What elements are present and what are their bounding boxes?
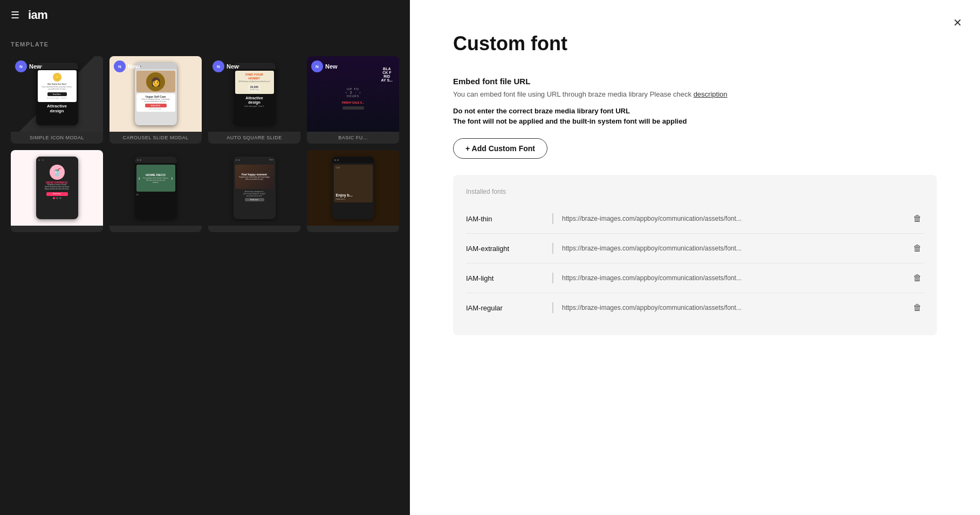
description-link[interactable]: description [694, 90, 728, 98]
template-preview-2: N New 👩 [109, 56, 202, 132]
template-card-8[interactable]: 11:40 Enjoy b... Check out d... [307, 150, 399, 232]
template-preview-5: ✕ 🥤 NEW DRINKS! Strawberry season is bac… [11, 150, 103, 226]
phone-wrapper-5: ✕ 🥤 NEW DRINKS! Strawberry season is bac… [11, 150, 103, 226]
font-row-2: IAM-extralight https://braze-images.com/… [466, 234, 924, 263]
section-label: TEMPLATE [11, 41, 399, 48]
menu-icon[interactable]: ☰ [11, 9, 19, 21]
template-card-6[interactable]: HOME DECO Put my taste in the interior. … [109, 150, 202, 232]
template-preview-1: N New 🪙 [11, 56, 103, 132]
new-badge-text-4: New [325, 63, 338, 70]
phone-wrapper-7: Close Feel happy moment Support your ann… [208, 150, 300, 226]
new-badge-circle-1: N [15, 60, 27, 72]
template-preview-7: Close Feel happy moment Support your ann… [208, 150, 300, 226]
card-inner-3: FIND YOURHOBBY We'll find you a hobby th… [234, 63, 276, 125]
font-url-4: https://braze-images.com/appboy/communic… [562, 304, 904, 311]
warning-line-2: The font will not be applied and the bui… [453, 117, 937, 125]
new-badge-4: N New [311, 60, 338, 72]
font-name-2: IAM-extralight [466, 245, 552, 253]
font-url-1: https://braze-images.com/appboy/communic… [562, 215, 904, 222]
phone-wrapper-6: HOME DECO Put my taste in the interior. … [109, 150, 202, 226]
font-row-3: IAM-light https://braze-images.com/appbo… [466, 263, 924, 293]
font-divider-1 [552, 213, 553, 224]
warning-line-1: Do not enter the correct braze media lib… [453, 107, 937, 115]
template-preview-4: N New BLACK FRIDAY S... UP TO ‹ 5 : › HO… [307, 56, 399, 132]
card-inner-6: HOME DECO Put my taste in the interior. … [135, 157, 177, 219]
template-name-6 [109, 226, 202, 232]
card-inner-5: ✕ 🥤 NEW DRINKS! Strawberry season is bac… [36, 157, 78, 219]
warning-section: Do not enter the correct braze media lib… [453, 107, 937, 125]
new-badge-circle-3: N [213, 60, 224, 72]
new-badge-3: N New [213, 60, 239, 72]
font-url-2: https://braze-images.com/appboy/communic… [562, 245, 904, 252]
installed-fonts-section: Installed fonts IAM-thin https://braze-i… [453, 175, 937, 335]
right-panel: ✕ Custom font Embed font file URL You ca… [410, 0, 980, 515]
installed-fonts-label: Installed fonts [466, 188, 924, 195]
template-preview-8: 11:40 Enjoy b... Check out d... [307, 150, 399, 226]
template-card-4[interactable]: N New BLACK FRIDAY S... UP TO ‹ 5 : › HO… [307, 56, 399, 144]
template-name-2: CAROUSEL SLIDE MODAL [109, 132, 202, 144]
app-logo: iam [28, 8, 47, 22]
delete-font-1-button[interactable]: 🗑 [911, 212, 924, 226]
font-url-3: https://braze-images.com/appboy/communic… [562, 274, 904, 282]
template-grid: N New 🪙 [11, 56, 399, 232]
new-badge-circle-2: N [114, 60, 126, 72]
delete-font-3-button[interactable]: 🗑 [911, 271, 924, 285]
card-inner-8: 11:40 Enjoy b... Check out d... [332, 157, 374, 219]
font-divider-2 [552, 243, 553, 254]
card-inner-1: 🪙 Get Coins for free! If you read New Se… [36, 63, 78, 125]
template-name-4: BASIC FU... [307, 132, 399, 144]
font-divider-3 [552, 273, 553, 283]
template-card-7[interactable]: Close Feel happy moment Support your ann… [208, 150, 300, 232]
delete-font-2-button[interactable]: 🗑 [911, 241, 924, 255]
new-badge-text-1: New [29, 63, 42, 70]
new-badge-text-2: New [128, 63, 140, 70]
template-name-1: SIMPLE ICON MODAL [11, 132, 103, 144]
phone-wrapper-8: 11:40 Enjoy b... Check out d... [307, 150, 399, 226]
template-name-5 [11, 226, 103, 232]
template-card-1[interactable]: N New 🪙 [11, 56, 103, 144]
template-card-5[interactable]: ✕ 🥤 NEW DRINKS! Strawberry season is bac… [11, 150, 103, 232]
font-name-3: IAM-light [466, 274, 552, 282]
template-name-7 [208, 226, 300, 232]
card-inner-2: 👩 Vegan Self Care Cheer for healthy self… [135, 63, 177, 125]
close-button[interactable]: ✕ [948, 13, 967, 32]
embed-section: Embed font file URL You can embed font f… [453, 77, 937, 125]
font-name-4: IAM-regular [466, 304, 552, 312]
template-name-3: AUTO SQUARE SLIDE [208, 132, 300, 144]
font-row-1: IAM-thin https://braze-images.com/appboy… [466, 204, 924, 234]
left-panel: ☰ iam TEMPLATE N New [0, 0, 410, 515]
new-badge-2: N New [114, 60, 140, 72]
new-badge-text-3: New [227, 63, 239, 70]
template-card-2[interactable]: N New 👩 [109, 56, 202, 144]
top-bar: ☰ iam [0, 0, 410, 30]
template-section: TEMPLATE N New [0, 30, 410, 515]
dialog-title: Custom font [453, 32, 937, 55]
font-divider-4 [552, 302, 553, 313]
embed-section-title: Embed font file URL [453, 77, 937, 86]
template-card-3[interactable]: N New FIND YOURHOBBY We'll find you a [208, 56, 300, 144]
embed-section-desc: You can embed font file using URL throug… [453, 90, 937, 98]
new-badge-1: N New [15, 60, 42, 72]
delete-font-4-button[interactable]: 🗑 [911, 301, 924, 315]
template-preview-6: HOME DECO Put my taste in the interior. … [109, 150, 202, 226]
template-preview-3: N New FIND YOURHOBBY We'll find you a [208, 56, 300, 132]
font-row-4: IAM-regular https://braze-images.com/app… [466, 293, 924, 322]
add-custom-font-button[interactable]: + Add Custom Font [453, 138, 547, 159]
new-badge-circle-4: N [311, 60, 323, 72]
font-name-1: IAM-thin [466, 215, 552, 223]
card-inner-7: Close Feel happy moment Support your ann… [234, 157, 276, 219]
template-name-8 [307, 226, 399, 232]
